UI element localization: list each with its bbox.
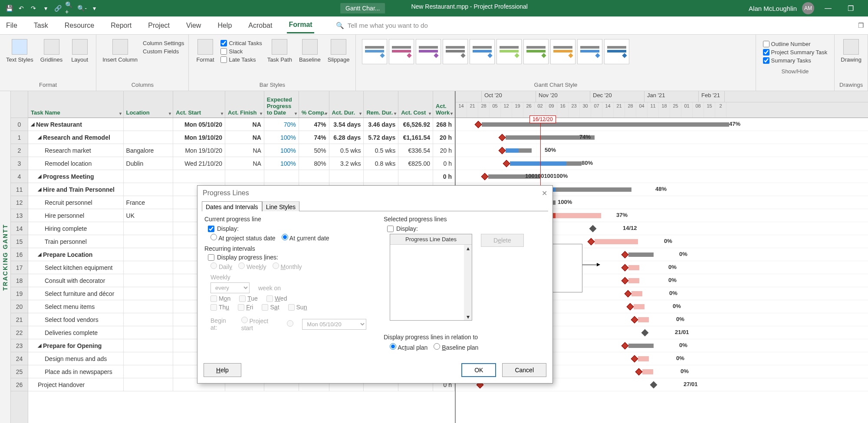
summary-tasks-checkbox[interactable]: Summary Tasks (763, 57, 828, 64)
drawing-button[interactable]: Drawing (839, 37, 863, 65)
gantt-bar[interactable] (634, 304, 644, 309)
project-start-radio[interactable]: Project start (241, 317, 279, 331)
baseline-plan-radio[interactable]: Baseline plan (434, 343, 478, 351)
at-status-date-radio[interactable]: At project status date (210, 234, 276, 242)
close-icon[interactable]: ✕ (542, 189, 547, 197)
row-number[interactable]: 24 (11, 352, 28, 365)
tab-acrobat[interactable]: Acrobat (247, 18, 274, 33)
gantt-style-option[interactable] (550, 39, 575, 64)
tab-view[interactable]: View (184, 18, 203, 33)
redo-icon[interactable]: ↷ (29, 3, 38, 13)
tab-format[interactable]: Format (287, 17, 314, 33)
column-header[interactable]: % Comp.▾ (299, 91, 329, 118)
format-button[interactable]: Format (193, 37, 217, 65)
progress-line-dates-list[interactable]: Progress Line Dates ▴▾ (390, 234, 472, 321)
user-avatar[interactable]: AM (802, 2, 814, 14)
sun-checkbox[interactable]: Sun (288, 304, 307, 311)
link-icon[interactable]: 🔗 (53, 3, 62, 13)
sat-checkbox[interactable]: Sat (262, 304, 279, 311)
gantt-bar[interactable] (628, 265, 639, 270)
row-number[interactable]: 14 (11, 222, 28, 235)
gantt-style-option[interactable] (443, 39, 468, 64)
row-number[interactable]: 2 (11, 144, 28, 157)
late-tasks-checkbox[interactable]: Late Tasks (220, 56, 262, 63)
gantt-style-option[interactable] (577, 39, 602, 64)
delete-button[interactable]: Delete (481, 234, 524, 247)
gantt-bar[interactable] (638, 356, 649, 361)
gantt-bar[interactable] (638, 317, 649, 322)
column-header[interactable]: Task Name▾ (28, 91, 124, 118)
tab-resource[interactable]: Resource (63, 18, 96, 33)
milestone-diamond[interactable] (641, 329, 649, 337)
outline-number-checkbox[interactable]: Outline Number (763, 41, 828, 47)
display-progress-lines-checkbox[interactable]: Display progress lines: (208, 254, 366, 261)
gantt-bar[interactable] (628, 252, 654, 257)
column-settings-button[interactable]: Column Settings (143, 40, 184, 46)
table-row[interactable]: Research marketBangaloreMon 19/10/20NA10… (28, 144, 455, 157)
zoom-in-icon[interactable]: 🔍+ (65, 3, 75, 13)
tab-task[interactable]: Task (32, 18, 50, 33)
tab-help[interactable]: Help (216, 18, 233, 33)
row-number[interactable]: 15 (11, 235, 28, 248)
row-number[interactable]: 19 (11, 287, 28, 300)
table-row[interactable]: Remodel locationDublinWed 21/10/20NA100%… (28, 157, 455, 170)
table-row[interactable]: ◢Research and RemodelMon 19/10/20NA100%7… (28, 131, 455, 144)
save-icon[interactable]: 💾 (4, 3, 14, 13)
milestone-diamond[interactable] (650, 381, 658, 389)
row-number[interactable]: 21 (11, 313, 28, 326)
row-number[interactable]: 4 (11, 170, 28, 183)
tell-me-search[interactable]: 🔍 Tell me what you want to do (336, 22, 428, 30)
column-header[interactable]: Rem. Dur.▾ (364, 91, 398, 118)
row-number[interactable]: 3 (11, 157, 28, 170)
gantt-bar[interactable] (595, 239, 638, 244)
dropdown-icon[interactable]: ▾ (41, 3, 50, 13)
row-number[interactable]: 13 (11, 209, 28, 222)
display-selected-checkbox[interactable]: Display: (387, 225, 546, 232)
ok-button[interactable]: OK (461, 363, 496, 377)
every-select[interactable]: every (210, 282, 250, 293)
column-header[interactable]: Location▾ (124, 91, 174, 118)
view-label[interactable]: TRACKING GANTT (0, 91, 11, 423)
column-header[interactable]: Act. Dur.▾ (329, 91, 364, 118)
row-number[interactable]: 23 (11, 339, 28, 352)
tue-checkbox[interactable]: Tue (239, 295, 258, 302)
gantt-bar[interactable] (482, 122, 729, 127)
row-number[interactable]: 26 (11, 378, 28, 391)
gridlines-button[interactable]: Gridlines (39, 37, 64, 65)
gantt-style-option[interactable] (470, 39, 495, 64)
daily-radio[interactable]: Daily (210, 262, 232, 270)
gantt-bar[interactable] (628, 344, 654, 348)
row-number[interactable]: 17 (11, 261, 28, 274)
row-number[interactable]: 20 (11, 300, 28, 313)
thu-checkbox[interactable]: Thu (210, 304, 229, 311)
help-button[interactable]: Help (204, 363, 241, 377)
tab-file[interactable]: File (4, 18, 19, 33)
monthly-radio[interactable]: Monthly (273, 262, 302, 270)
begin-date-select[interactable]: Mon 05/10/20 (302, 319, 366, 330)
table-row[interactable]: ◢Progress Meeting0 h (28, 170, 455, 183)
row-number[interactable]: 11 (11, 183, 28, 196)
custom-fields-button[interactable]: Custom Fields (143, 48, 184, 55)
row-number[interactable]: 25 (11, 365, 28, 378)
actual-plan-radio[interactable]: Actual plan (390, 343, 427, 351)
column-header[interactable]: Act. Work▾ (433, 91, 455, 118)
column-header[interactable]: Act. Cost▾ (398, 91, 433, 118)
begin-date-radio[interactable] (287, 320, 293, 328)
tab-project[interactable]: Project (146, 18, 171, 33)
gantt-bar[interactable] (510, 161, 566, 166)
dialog-title-bar[interactable]: Progress Lines ✕ (197, 186, 552, 201)
row-number[interactable]: 22 (11, 326, 28, 339)
row-number[interactable]: 1 (11, 131, 28, 144)
slippage-button[interactable]: Slippage (326, 37, 352, 65)
display-current-checkbox[interactable]: Display: (208, 225, 366, 232)
tab-report[interactable]: Report (109, 18, 133, 33)
gantt-style-option[interactable] (496, 39, 522, 64)
table-row[interactable]: ◢New RestaurantMon 05/10/20NA70%47%3.54 … (28, 118, 455, 131)
row-number[interactable]: 18 (11, 274, 28, 287)
user-name[interactable]: Alan McLoughlin (749, 5, 797, 12)
weekly-radio[interactable]: Weekly (238, 262, 266, 270)
gantt-style-option[interactable] (604, 39, 629, 64)
layout-button[interactable]: Layout (68, 37, 92, 65)
insert-column-button[interactable]: Insert Column (101, 37, 139, 65)
minimize-icon[interactable]: — (819, 4, 837, 12)
